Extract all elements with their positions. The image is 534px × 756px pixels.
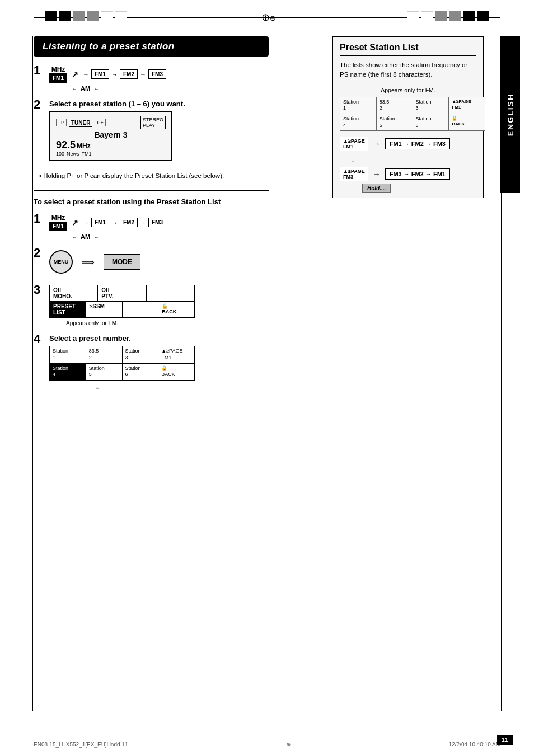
display-panel: OffMOHO. OffPTV. PRESETLIST ≥SSM 🔒BACK (49, 285, 195, 318)
tuner-freq: 92.5 MHz (56, 139, 166, 151)
fm3-box: FM3 (148, 69, 166, 79)
am-row-b: ← AM ← (72, 233, 269, 240)
s-cell-4[interactable]: Station4 (340, 114, 377, 130)
bar-block (87, 11, 99, 21)
preset-cell-4-selected[interactable]: Station4 (50, 364, 86, 380)
station-grid: Station1 83.52 Station3 ▲≥PAGEFM1 Statio… (340, 97, 485, 132)
preset-back-btn[interactable]: 🔒BACK (158, 364, 194, 380)
preset-cell-5[interactable]: Station5 (86, 364, 123, 380)
p-minus-btn: –P (56, 119, 67, 126)
down-arrow-nav: ↓ (351, 154, 476, 163)
tuner-top: –P TUNER P+ STEREOPLAY (56, 116, 166, 129)
fm1-box: FM1 (91, 69, 109, 79)
step-2b-number: 2 (34, 247, 49, 259)
page-forward-indicator: ▲≥PAGEFM1 (340, 137, 368, 151)
page-backward-indicator: ▲≥PAGEFM3 (340, 167, 368, 181)
fm-backward-row: ▲≥PAGEFM3 → FM3 → FM2 → FM1 (340, 167, 476, 181)
display-row-1: OffMOHO. OffPTV. (50, 285, 194, 302)
page-btn[interactable]: ▲≥PAGEFM1 (158, 346, 194, 363)
crosshair-bottom: ⊕ (286, 741, 291, 748)
preset-cell-3[interactable]: Station3 (123, 346, 159, 363)
hold-button: Hold.... (362, 184, 391, 193)
menu-button[interactable]: MENU (49, 250, 73, 274)
hz-label: MHz (51, 65, 65, 73)
english-sidebar: ENGLISH (500, 36, 520, 193)
ptv-cell: OffPTV. (98, 285, 146, 301)
s-cell-3[interactable]: Station3 (413, 97, 449, 114)
preset-row-1: Station1 83.52 Station3 ▲≥PAGEFM1 (50, 346, 194, 363)
preset-cell-6[interactable]: Station6 (123, 364, 159, 380)
bar-block (449, 11, 461, 21)
step-2-number: 2 (34, 98, 49, 111)
bar-block (435, 11, 447, 21)
arrow-right-icon: → (83, 71, 89, 78)
mono-cell: OffMOHO. (50, 285, 98, 301)
bar-block (59, 11, 71, 21)
empty-cell-2 (123, 302, 159, 317)
empty-cell (147, 285, 194, 301)
station-row-1: Station1 83.52 Station3 ▲≥PAGEFM1 (340, 97, 485, 114)
step-1-fm-diagram: MHz FM1 ↗ → FM1 → FM2 → FM3 (49, 65, 269, 83)
s-page-btn[interactable]: ▲≥PAGEFM1 (449, 97, 485, 114)
left-column: Listening to a preset station 1 MHz FM1 … (34, 36, 269, 405)
left-border-line (32, 36, 33, 711)
back-cell[interactable]: 🔒BACK (158, 302, 194, 317)
bar-block (73, 11, 85, 21)
preset-title: Preset Station List (340, 43, 476, 56)
bar-block (463, 11, 475, 21)
title-text: Listening to a preset station (43, 41, 174, 51)
page-number-container: 11 (497, 735, 513, 745)
section-divider (34, 190, 269, 191)
preset-cell-1[interactable]: Station1 (50, 346, 86, 363)
step-1-content: MHz FM1 ↗ → FM1 → FM2 → FM3 ← AM ← (49, 65, 269, 92)
appears-fm-note: Appears only for FM. (66, 320, 269, 326)
menu-mode-row: MENU ⟹ MODE (49, 250, 269, 274)
fm1-box-highlighted: FM1 (49, 73, 67, 83)
preset-desc: The lists show either the station freque… (340, 60, 476, 80)
finger-pointer: ↑ (94, 383, 269, 397)
step-4-label: Select a preset number. (49, 334, 269, 342)
s-cell-5[interactable]: Station5 (377, 114, 413, 130)
top-bar-blocks-right (407, 11, 489, 21)
bar-block (101, 11, 113, 21)
step-3-content: OffMOHO. OffPTV. PRESETLIST ≥SSM 🔒BACK A… (49, 285, 269, 326)
bar-block (45, 11, 57, 21)
fm-chain-backward: FM3 → FM2 → FM1 (385, 168, 450, 180)
tuner-bottom: 100 News FM1 (56, 151, 166, 157)
arrow-indicator: ⟹ (82, 257, 95, 267)
step-1b: 1 MHz FM1 ↗ → FM1 → FM2 → FM3 ← (34, 214, 269, 240)
s-cell-2[interactable]: 83.52 (377, 97, 413, 114)
section-heading: To select a preset station using the Pre… (34, 197, 269, 207)
forward-arrow: → (373, 139, 381, 148)
stereo-btn: STEREOPLAY (140, 116, 166, 129)
fm1-box-b-highlighted: FM1 (49, 222, 67, 231)
step-1b-fm-diagram: MHz FM1 ↗ → FM1 → FM2 → FM3 (49, 214, 269, 231)
step-1b-content: MHz FM1 ↗ → FM1 → FM2 → FM3 ← AM ← (49, 214, 269, 240)
step-2-content: Select a preset station (1 – 6) you want… (49, 100, 269, 163)
top-bar-blocks-left (45, 11, 127, 21)
bar-block (407, 11, 419, 21)
step-2-text: Select a preset station (1 – 6) you want… (49, 100, 269, 108)
ssm-cell: ≥SSM (86, 302, 123, 317)
bar-block (421, 11, 433, 21)
s-cell-1[interactable]: Station1 (340, 97, 377, 114)
bar-block (477, 11, 489, 21)
hold-indicator: Hold.... (351, 184, 476, 192)
display-row-2: PRESETLIST ≥SSM 🔒BACK (50, 302, 194, 317)
appears-fm-right: Appears only for FM. (340, 87, 476, 93)
s-cell-6[interactable]: Station6 (413, 114, 449, 130)
tuner-label: TUNER (69, 119, 92, 127)
step-4-number: 4 (34, 333, 49, 345)
s-back-btn[interactable]: 🔒BACK (449, 114, 485, 130)
preset-cell-2[interactable]: 83.52 (86, 346, 123, 363)
main-content: Listening to a preset station 1 MHz FM1 … (34, 36, 500, 706)
crosshair-icon: ⊕ (261, 11, 273, 22)
filename-label: EN08-15_LHX552_1[EX_EU]i.indd 11 (34, 741, 128, 748)
am-label-b: AM (81, 233, 90, 240)
preset-list-cell[interactable]: PRESETLIST (50, 302, 86, 317)
date-label: 12/2/04 10:40:10 AM (449, 741, 500, 748)
tuner-display: –P TUNER P+ STEREOPLAY Bayern 3 92.5 MHz… (49, 111, 172, 161)
step-4-content: Select a preset number. Station1 83.52 S… (49, 334, 269, 397)
section-title: Listening to a preset station (34, 36, 269, 57)
mode-button[interactable]: MODE (104, 254, 140, 270)
